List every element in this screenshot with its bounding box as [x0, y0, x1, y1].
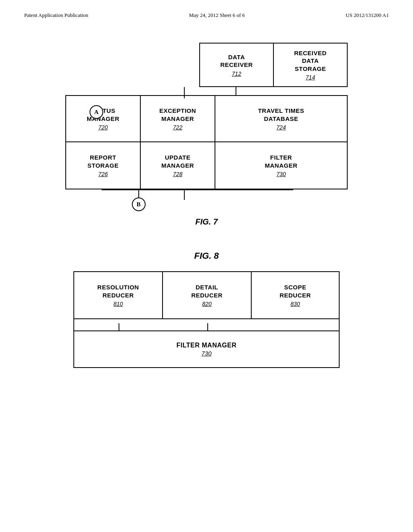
update-manager-box: UPDATEMANAGER 728	[141, 142, 215, 189]
fig7-circle-b-row	[65, 189, 348, 197]
status-manager-box: STATUSMANAGER 720	[66, 96, 141, 142]
detail-reducer-box: DETAILREDUCER 820	[163, 272, 252, 318]
fig8-inner-connectors	[74, 319, 339, 331]
received-data-storage-box: RECEIVEDDATASTORAGE 714	[273, 43, 348, 87]
fig7-label: FIG. 7	[65, 217, 348, 227]
filter-manager-fig8-box: FILTER MANAGER 730	[84, 341, 329, 357]
fig7-circle-b-container: B	[65, 197, 348, 211]
fig8-label: FIG. 8	[194, 251, 219, 261]
fig7-middle-row: STATUSMANAGER 720 EXCEPTIONMANAGER 722 T…	[66, 96, 347, 142]
report-storage-box: REPORTSTORAGE 726	[66, 142, 141, 189]
filter-manager-title: FILTER MANAGER	[177, 342, 237, 349]
fig8-diagram: RESOLUTIONREDUCER 810 DETAILREDUCER 820 …	[73, 271, 340, 368]
scope-reducer-box: SCOPEREDUCER 830	[252, 272, 339, 318]
header-right: US 2012/131200 A1	[346, 12, 389, 19]
circle-a-label: A	[90, 105, 103, 119]
resolution-reducer-box: RESOLUTIONREDUCER 810	[74, 272, 163, 318]
filter-manager-number: 730	[201, 350, 211, 357]
circle-b-label: B	[132, 197, 146, 211]
filter-manager-fig7-box: FILTERMANAGER 730	[215, 142, 347, 189]
fig8-outer-box: RESOLUTIONREDUCER 810 DETAILREDUCER 820 …	[73, 271, 340, 368]
exception-manager-box: EXCEPTIONMANAGER 722	[141, 96, 215, 142]
header-center: May 24, 2012 Sheet 6 of 6	[189, 12, 245, 19]
v-connector-1	[236, 87, 236, 95]
fig7-diagram: A DATARECEIVER 712 RECEIVEDDATASTORAGE 7…	[65, 43, 348, 227]
page-header: Patent Application Publication May 24, 2…	[0, 0, 413, 27]
fig7-top-row: DATARECEIVER 712 RECEIVEDDATASTORAGE 714	[65, 43, 348, 87]
data-receiver-box: DATARECEIVER 712	[199, 43, 274, 87]
fig7-bottom-row: REPORTSTORAGE 726 UPDATEMANAGER 728 FILT…	[66, 142, 347, 189]
fig8-label-above: FIG. 8	[24, 251, 389, 261]
filter-manager-fig8-container: FILTER MANAGER 730	[74, 331, 339, 367]
fig8-top-row: RESOLUTIONREDUCER 810 DETAILREDUCER 820 …	[74, 272, 339, 319]
travel-times-database-box: TRAVEL TIMESDATABASE 724	[215, 96, 347, 142]
header-left: Patent Application Publication	[24, 12, 88, 19]
fig7-outer-box: STATUSMANAGER 720 EXCEPTIONMANAGER 722 T…	[65, 95, 348, 189]
